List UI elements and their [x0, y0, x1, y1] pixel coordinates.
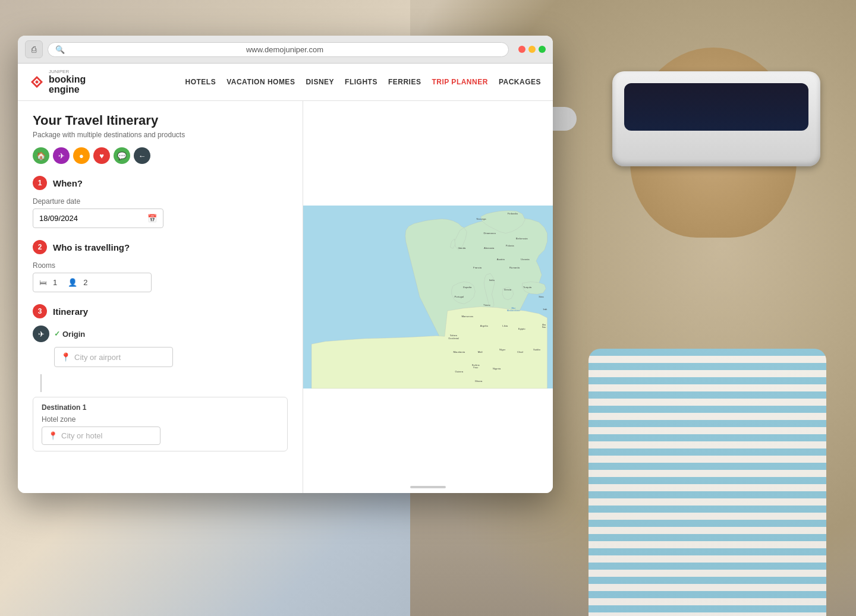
map-label-portugal: Portugal [454, 295, 464, 298]
section-3-title: Itinerary [53, 307, 88, 317]
back-button[interactable]: ← [134, 147, 150, 164]
rooms-input[interactable]: 🛏 1 👤 2 [33, 273, 152, 292]
hotel-zone-pin-icon: 📍 [48, 431, 58, 440]
map-label-libia: Libia [502, 324, 508, 327]
city-placeholder: City or airport [74, 353, 121, 362]
home-button[interactable]: 🏠 [33, 147, 49, 164]
map-label-burkina2: Faso [473, 367, 478, 369]
map-label-niger: Níger [499, 348, 506, 351]
map-label-egipto: Egipto [518, 327, 526, 330]
map-label-mauritania: Mauritania [453, 351, 465, 354]
section-1-number: 1 [33, 176, 47, 190]
map-label-alemania: Alemania [484, 247, 495, 250]
map-label-ghana: Ghana [475, 380, 483, 383]
section-when-header: 1 When? [33, 176, 288, 190]
map-label-mali: Malí [478, 351, 483, 354]
hotel-zone-input[interactable]: 📍 City or hotel [42, 427, 160, 445]
map-label-mar2: Mediterráneo [507, 310, 520, 312]
section-when: 1 When? Departure date 18/09/2024 📅 [33, 176, 288, 228]
section-1-title: When? [53, 178, 83, 188]
quick-action-buttons: 🏠 ✈ ● ♥ 💬 ← [33, 147, 288, 164]
map-label-sau: Sau [542, 327, 546, 329]
map-label-turquia: Turquía [523, 286, 532, 289]
location-pin-icon: 📍 [61, 352, 71, 362]
address-bar[interactable]: 🔍 www.demojuniper.com [48, 42, 509, 57]
main-content: Your Travel Itinerary Package with multi… [18, 101, 553, 493]
section-who: 2 Who is travelling? Rooms 🛏 1 👤 2 [33, 240, 288, 292]
section-who-header: 2 Who is travelling? [33, 240, 288, 254]
departure-label: Departure date [33, 197, 288, 206]
itinerary-connector-line [40, 374, 42, 392]
share-button[interactable]: ⎙ [25, 40, 43, 58]
hotel-zone-label: Hotel zone [42, 415, 279, 424]
section-2-number: 2 [33, 240, 47, 254]
bed-icon: 🛏 [39, 278, 47, 287]
logo: juniper booking engine [30, 70, 86, 94]
page-title: Your Travel Itinerary [33, 113, 288, 128]
page-subtitle: Package with multiple destinations and p… [33, 131, 288, 139]
map-label-siria: Siria [539, 295, 544, 298]
map-label-dinamarca: Dinamarca [483, 232, 496, 235]
browser-chrome: ⎙ 🔍 www.demojuniper.com [18, 36, 553, 64]
window-controls [518, 46, 546, 53]
hotel-zone-placeholder: City or hotel [61, 431, 102, 440]
map-label-sahara2: Occidental [448, 337, 459, 340]
section-itinerary-header: 3 Itinerary [33, 304, 288, 318]
map-label-tunez: Túnez [483, 304, 490, 307]
map-label-noruega: Noruega [477, 218, 487, 221]
browser-window: ⎙ 🔍 www.demojuniper.com juniper booking … [18, 36, 553, 493]
map-label-francia: Francia [473, 266, 482, 269]
destination-1-card: Destination 1 Hotel zone 📍 City or hotel [33, 397, 288, 451]
nav-vacation-homes[interactable]: VACATION HOMES [226, 78, 295, 86]
city-airport-input[interactable]: 📍 City or airport [54, 347, 173, 367]
map-label-sudan: Sudán [533, 348, 541, 351]
map-label-italia: Italia [489, 279, 495, 282]
rooms-count: 1 [53, 278, 57, 287]
close-dot[interactable] [518, 46, 525, 53]
nav-ferries[interactable]: FERRIES [388, 78, 421, 86]
left-panel: Your Travel Itinerary Package with multi… [18, 101, 303, 493]
url-display: www.demojuniper.com [68, 45, 501, 54]
logo-line1: booking [49, 75, 86, 84]
map-label-guinea: Guinea [455, 370, 464, 373]
section-2-title: Who is travelling? [53, 242, 130, 252]
maximize-dot[interactable] [539, 46, 546, 53]
origin-icon: ✈ [33, 326, 49, 342]
map-svg: Finlandia Noruega Bielorrusia Dinamarca … [303, 101, 553, 493]
map-label-austria: Austria [497, 258, 505, 261]
city-input-wrap: 📍 City or airport [54, 347, 288, 367]
nav-packages[interactable]: PACKAGES [499, 78, 541, 86]
calendar-icon: 📅 [147, 214, 157, 223]
map-label-espana: España [463, 286, 472, 289]
departure-date-value: 18/09/2024 [39, 214, 78, 223]
nav-flights[interactable]: FLIGHTS [345, 78, 377, 86]
map-label-argelia: Argelia [480, 324, 489, 327]
destination-1-label: Destination 1 [42, 403, 279, 412]
section-itinerary: 3 Itinerary ✈ ✓ Origin 📍 City or airport [33, 304, 288, 451]
flight-button[interactable]: ✈ [53, 147, 70, 164]
origin-text: Origin [62, 330, 85, 339]
map-label-finlandia: Finlandia [508, 212, 518, 215]
nav-hotels[interactable]: HOTELS [185, 78, 216, 86]
map-label-irak: Irak [543, 308, 547, 311]
logo-icon [30, 75, 44, 89]
favorite-button[interactable]: ♥ [93, 147, 110, 164]
minimize-dot[interactable] [528, 46, 536, 53]
logo-line2: engine [49, 84, 86, 95]
departure-date-input[interactable]: 18/09/2024 📅 [33, 209, 163, 228]
origin-check: ✓ [54, 330, 60, 338]
map-label-burkina1: Burkina [472, 364, 480, 367]
map-label-grecia: Grecia [504, 289, 512, 292]
nav-trip-planner[interactable]: TRIP PLANNER [432, 78, 487, 86]
origin-label: ✓ Origin [54, 330, 85, 339]
map-label-bielorrusia: Bielorrusia [516, 237, 528, 240]
map-label-irlanda: Irlanda [458, 247, 466, 250]
message-button[interactable]: 💬 [114, 147, 130, 164]
map-label-marruecos: Marruecos [461, 315, 473, 318]
map-label-polonia: Polonia [506, 244, 515, 247]
nav-disney[interactable]: DISNEY [306, 78, 334, 86]
map-label-ara1: Ara [542, 324, 546, 326]
activity-button[interactable]: ● [73, 147, 90, 164]
nav-bar: juniper booking engine HOTELS VACATION H… [18, 64, 553, 101]
map-label-nigeria: Nigeria [493, 368, 501, 371]
